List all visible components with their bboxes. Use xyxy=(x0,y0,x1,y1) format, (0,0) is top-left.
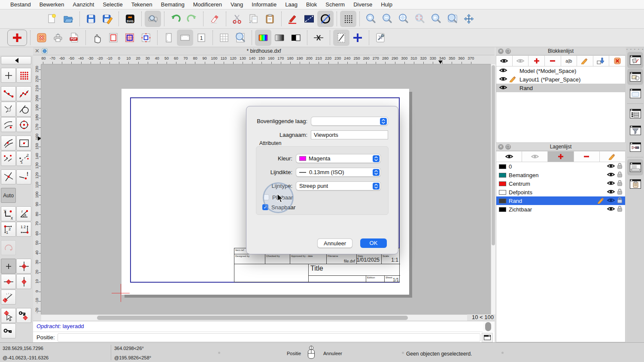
snap-endpoints-button[interactable] xyxy=(1,86,16,101)
snap-reference-button[interactable] xyxy=(16,136,31,151)
visibility-eye-icon[interactable] xyxy=(499,84,507,92)
cancel-button[interactable]: Annuleer xyxy=(317,238,352,248)
print-preview-button[interactable] xyxy=(145,11,161,27)
selection-filter-toggle-button[interactable] xyxy=(627,122,643,139)
layer-row[interactable]: Zichtbaar xyxy=(496,205,625,214)
lock-relative-zero-button[interactable] xyxy=(16,308,31,323)
grid-table-button[interactable] xyxy=(216,30,232,46)
document-tab-title[interactable]: * birdhouse.dxf xyxy=(33,48,495,54)
block-row[interactable]: Rand xyxy=(496,84,625,92)
relative-corner-2-button[interactable]: 12 xyxy=(16,222,31,237)
lock-icon[interactable] xyxy=(617,197,623,205)
page-count-button[interactable]: 1 xyxy=(193,30,210,46)
color-mode-full-button[interactable] xyxy=(255,30,271,46)
visibility-eye-icon[interactable] xyxy=(607,171,615,179)
color-mode-gray-button[interactable] xyxy=(271,30,288,46)
view-panel-toggle-button[interactable] xyxy=(627,139,643,155)
position-input[interactable] xyxy=(58,333,480,342)
snap-tangent-button[interactable] xyxy=(16,102,31,117)
lock-icon[interactable] xyxy=(617,163,623,170)
console-toggle-button[interactable] xyxy=(482,333,493,342)
menu-tekenen[interactable]: Tekenen xyxy=(127,1,157,8)
add-item-button[interactable] xyxy=(7,30,27,46)
edit-layer-button[interactable] xyxy=(600,151,626,162)
menu-vang[interactable]: Vang xyxy=(226,1,247,8)
zoom-window-button[interactable] xyxy=(444,11,461,27)
coordinate-polar-button[interactable]: ra xyxy=(16,206,31,221)
zoom-in-button[interactable] xyxy=(363,11,379,27)
lineweight-dropdown[interactable]: 0.13mm (ISO) xyxy=(296,168,381,177)
visibility-eye-icon[interactable] xyxy=(607,188,615,196)
visibility-eye-icon[interactable] xyxy=(607,180,615,188)
command-scrollbar[interactable] xyxy=(483,321,495,332)
draw-circle-button[interactable] xyxy=(317,11,334,27)
relative-corner-1-button[interactable]: 12 xyxy=(1,222,16,237)
erase-button[interactable] xyxy=(207,11,223,27)
draw-freehand-button[interactable] xyxy=(285,11,301,27)
linetype-dropdown[interactable]: Streep punt xyxy=(296,181,381,190)
restrict-vertical-button[interactable] xyxy=(16,274,31,289)
menu-blok[interactable]: Blok xyxy=(302,1,321,8)
save-file-as-button[interactable] xyxy=(99,11,115,27)
block-list-toggle-button[interactable] xyxy=(627,69,643,85)
lock-icon[interactable] xyxy=(617,171,623,179)
snap-free-button[interactable] xyxy=(1,68,16,83)
horizontal-scrollbar[interactable] xyxy=(41,314,467,321)
zoom-page-button[interactable] xyxy=(232,30,249,46)
panel-collapse-button[interactable] xyxy=(1,56,31,64)
layer-row[interactable]: Bematingen xyxy=(496,171,625,179)
print-button[interactable] xyxy=(50,30,66,46)
show-all-layers-button[interactable] xyxy=(496,151,522,162)
menu-modificeren[interactable]: Modificeren xyxy=(189,1,226,8)
command-line[interactable]: Opdracht: layeradd xyxy=(33,321,483,332)
close-item-button[interactable] xyxy=(33,30,50,46)
open-file-button[interactable] xyxy=(60,11,76,27)
command-scrollbar-thumb[interactable] xyxy=(485,322,491,331)
parent-layer-dropdown[interactable] xyxy=(311,117,388,126)
zoom-previous-button[interactable] xyxy=(428,11,444,27)
snap-tangent-curves-button[interactable] xyxy=(1,136,16,151)
crosshair-plus-button[interactable] xyxy=(349,30,366,46)
lock-icon[interactable] xyxy=(617,188,623,196)
color-dropdown[interactable]: Magenta xyxy=(296,154,381,163)
remove-layer-button[interactable] xyxy=(574,151,600,162)
vertical-scrollbar[interactable] xyxy=(491,64,495,314)
draw-line-button[interactable] xyxy=(301,11,317,27)
lock-icon[interactable] xyxy=(617,180,623,187)
cut-button[interactable]: + xyxy=(229,11,246,27)
menu-informatie[interactable]: Informatie xyxy=(247,1,281,8)
edit-block-button[interactable] xyxy=(577,55,593,66)
svg-export-button[interactable]: SVG xyxy=(122,11,138,27)
menu-bestand[interactable]: Bestand xyxy=(6,1,35,8)
snap-parallel-button[interactable] xyxy=(1,117,16,132)
pdf-export-button[interactable]: PDF xyxy=(66,30,82,46)
ok-button[interactable]: OK xyxy=(360,238,387,248)
pan-hand-button[interactable] xyxy=(89,30,105,46)
paper-tiles-button[interactable] xyxy=(122,30,138,46)
vertical-scrollbar-thumb[interactable] xyxy=(492,65,495,245)
save-file-button[interactable] xyxy=(83,11,99,27)
redo-button[interactable] xyxy=(184,11,200,27)
snap-two-points-button[interactable]: 12 xyxy=(16,151,31,166)
layer-name-input[interactable]: Viewports xyxy=(311,130,388,139)
hide-all-blocks-button[interactable] xyxy=(513,55,529,66)
drag-handle[interactable]: • • • • • xyxy=(626,47,644,51)
horizontal-scrollbar-thumb[interactable] xyxy=(97,316,408,320)
menu-scherm[interactable]: Scherm xyxy=(321,1,349,8)
grid-toggle-button[interactable] xyxy=(340,11,356,27)
property-editor-toggle-button[interactable] xyxy=(627,176,643,192)
fit-page-button[interactable] xyxy=(138,30,154,46)
add-block-button[interactable] xyxy=(529,55,545,66)
menu-aanzicht[interactable]: Aanzicht xyxy=(69,1,99,8)
restrict-angle-button[interactable] xyxy=(1,290,16,305)
zoom-auto-button[interactable] xyxy=(395,11,412,27)
command-history-toggle-button[interactable]: c xyxy=(627,159,643,175)
pan-view-button[interactable] xyxy=(461,11,477,27)
remove-block-button[interactable] xyxy=(545,55,561,66)
coordinate-cartesian-button[interactable]: yx xyxy=(1,206,16,221)
snap-intersection-manual-button[interactable]: ! xyxy=(16,169,31,184)
lock-icon[interactable] xyxy=(617,205,623,213)
layer-list-toggle-button[interactable] xyxy=(627,106,643,122)
snap-on-entity-button[interactable] xyxy=(16,86,31,101)
layer-row[interactable]: 0 xyxy=(496,162,625,171)
